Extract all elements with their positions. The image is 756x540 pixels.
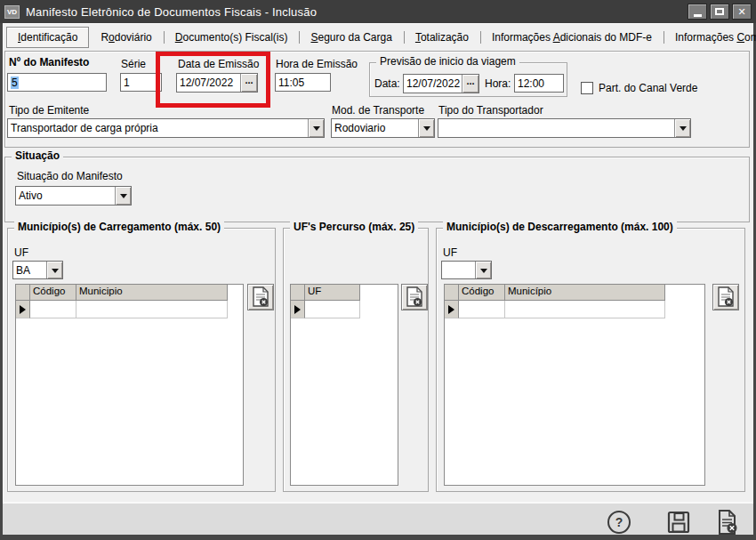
trip-date-input[interactable]: 12/07/2022 ... [403,74,479,93]
uf-descarregamento-label: UF [443,246,457,259]
tab-informacoes-adicionais[interactable]: Informações Adicionais do MDF-e [480,27,664,48]
svg-text:?: ? [615,515,623,529]
series-input[interactable]: 1 [120,73,162,92]
row-selector-icon [448,305,459,314]
delete-record-icon [251,286,270,308]
trip-date-label: Data: [374,77,400,90]
row-selector-icon [294,305,305,314]
grid-empty-row[interactable] [445,301,704,318]
row-selector-icon [20,305,30,314]
canal-verde-checkbox[interactable] [581,82,593,94]
panel-municipios-carregamento: Município(s) de Carregamento (máx. 50) U… [7,228,276,492]
grid-empty-row[interactable] [291,301,398,318]
emission-time-input[interactable]: 11:05 [275,73,331,92]
situation-select[interactable]: Ativo [15,186,132,206]
tab-identificacao[interactable]: Identificação [6,27,89,48]
delete-row-button-descarregamento[interactable] [712,284,739,310]
manifest-number-label: Nº do Manifesto [9,56,89,69]
maximize-icon [715,8,724,15]
chevron-down-icon [308,119,324,137]
tab-bar: Identificação Rodoviário Documento(s) Fi… [3,23,753,51]
emission-date-label: Data de Emissão [178,58,259,70]
app-icon: VD [4,5,20,19]
grid-municipios-carregamento[interactable]: Código Municipio [15,284,244,486]
tab-documentos-fiscais[interactable]: Documento(s) Fiscal(is) [164,27,300,48]
cancel-document-icon [714,509,741,536]
transport-mode-label: Mod. de Transporte [332,104,424,117]
trip-date-browse-button[interactable]: ... [462,75,479,93]
delete-row-button-carregamento[interactable] [247,284,274,310]
chevron-down-icon [475,262,491,278]
tab-seguro-da-carga[interactable]: Seguro da Carga [299,27,403,48]
canal-verde-label: Part. do Canal Verde [599,82,697,94]
chevron-down-icon [46,262,62,278]
help-button[interactable]: ? [606,509,632,536]
mdfe-window: VD Manifesto Eletrônico de Documentos Fi… [0,0,756,540]
transporter-type-select[interactable] [438,118,691,138]
emitter-type-select[interactable]: Transportador de carga própria [7,118,325,138]
delete-record-icon [405,286,424,308]
panel-ufs-percurso: UF's Percurso (máx. 25) UF [283,228,429,492]
maximize-button[interactable] [710,4,729,20]
help-icon: ? [606,509,632,536]
save-button[interactable] [665,509,692,536]
trip-start-group: Previsão de inicio da viagem Data: 12/07… [369,62,567,97]
panel-percurso-title: UF's Percurso (máx. 25) [290,221,418,233]
grid-column-header-municipio[interactable]: Município [505,285,665,301]
series-label: Série [121,58,146,70]
situation-field-label: Situação do Manifesto [17,170,123,182]
titlebar: VD Manifesto Eletrônico de Documentos Fi… [0,0,756,23]
minimize-icon [694,14,702,17]
cancel-button[interactable] [714,509,741,536]
situation-group: Situação Situação do Manifesto Ativo [4,157,750,222]
manifest-number-input[interactable]: 5 [7,73,107,92]
grid-column-header-codigo[interactable]: Código [30,285,76,301]
panel-municipios-descarregamento: Município(s) de Descarregamento (máx. 10… [436,228,745,492]
emission-date-browse-button[interactable]: ... [240,74,257,92]
dialog-body: Identificação Rodoviário Documento(s) Fi… [3,23,753,535]
uf-carregamento-select[interactable]: BA [12,261,63,279]
uf-descarregamento-select[interactable] [441,261,492,279]
grid-empty-row[interactable] [16,301,243,318]
uf-carregamento-label: UF [14,246,28,259]
trip-start-group-title: Previsão de inicio da viagem [376,55,519,68]
tab-rodoviario[interactable]: Rodoviário [89,27,163,48]
window-title: Manifesto Eletrônico de Documentos Fisca… [26,5,317,19]
grid-selector-header [16,285,30,301]
situation-group-title: Situação [12,149,63,162]
grid-selector-header [291,285,305,301]
manifest-number-value: 5 [11,77,19,89]
save-icon [665,509,692,536]
grid-ufs-percurso[interactable]: UF [290,284,398,486]
close-icon: ✕ [737,7,745,17]
tab-informacoes-complementares[interactable]: Informações Complementares [664,27,756,48]
grid-municipios-descarregamento[interactable]: Código Município [444,284,705,486]
transporter-type-label: Tipo do Transportador [438,104,543,117]
chevron-down-icon [115,187,131,205]
chevron-down-icon [674,119,690,137]
minimize-button[interactable] [688,4,707,20]
transport-mode-select[interactable]: Rodoviario [331,118,435,138]
delete-row-button-percurso[interactable] [401,284,428,310]
panel-carregamento-title: Município(s) de Carregamento (máx. 50) [14,221,224,233]
grid-selector-header [445,285,459,301]
trip-time-label: Hora: [485,77,511,90]
emission-date-input[interactable]: 12/07/2022 ... [176,73,258,93]
tab-totalizacao[interactable]: Totalização [404,27,480,48]
emission-time-label: Hora de Emissão [276,58,358,70]
delete-record-icon [716,286,736,308]
emitter-type-label: Tipo de Emitente [9,104,89,117]
grid-column-header-uf[interactable]: UF [305,285,360,301]
footer-toolbar: ? [3,502,753,535]
grid-column-header-codigo[interactable]: Código [459,285,505,301]
grid-column-header-municipio[interactable]: Municipio [76,285,228,301]
trip-time-input[interactable]: 12:00 [514,74,564,93]
chevron-down-icon [418,119,434,137]
close-button[interactable]: ✕ [732,4,752,20]
panel-descarregamento-title: Município(s) de Descarregamento (máx. 10… [443,221,677,233]
